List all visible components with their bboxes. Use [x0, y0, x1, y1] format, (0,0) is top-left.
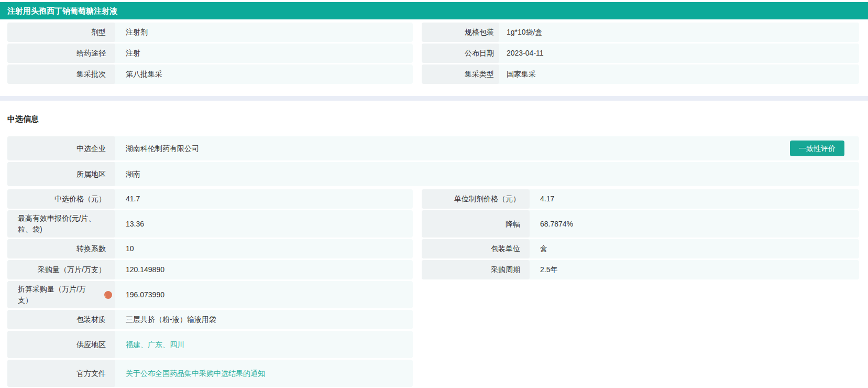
table-row: 最高有效申报价(元/片、粒、袋) 13.36 [7, 210, 413, 238]
table-row: 给药途径 注射 [7, 44, 413, 63]
supply-region-label: 供应地区 [7, 331, 115, 358]
table-row-pair: 转换系数 10 包装单位 盒 [7, 239, 859, 258]
table-row: 供应地区 福建、广东、四川 [7, 331, 413, 358]
table-row: 采购周期 2.5年 [422, 260, 859, 279]
basic-info-left-table: 剂型 注射剂 给药途径 注射 集采批次 第八批集采 [7, 23, 413, 85]
publish-date-label: 公布日期 [422, 44, 499, 63]
table-row-pair: 采购量（万片/万支） 120.149890 采购周期 2.5年 [7, 260, 859, 279]
table-row: 中选价格（元） 41.7 [7, 189, 413, 209]
unit-preparation-price-value: 4.17 [530, 189, 859, 209]
selection-info-heading: 中选信息 [7, 114, 859, 124]
price-reduction-label: 降幅 [422, 210, 530, 238]
table-row: 剂型 注射剂 [7, 23, 413, 42]
basic-info-section: 剂型 注射剂 给药途径 注射 集采批次 第八批集采 规格包装 1g*10袋/盒 … [7, 23, 859, 85]
spec-package-label: 规格包装 [422, 23, 499, 42]
table-row-pair: 最高有效申报价(元/片、粒、袋) 13.36 降幅 68.7874% [7, 210, 859, 238]
basic-info-right-table: 规格包装 1g*10袋/盒 公布日期 2023-04-11 集采类型 国家集采 [422, 23, 859, 85]
dosage-form-value: 注射剂 [115, 23, 413, 42]
packaging-unit-value: 盒 [530, 239, 859, 258]
max-valid-bid-price-value: 13.36 [115, 210, 413, 238]
conversion-factor-label: 转换系数 [7, 239, 115, 258]
price-reduction-value: 68.7874% [530, 210, 859, 238]
dosage-form-label: 剂型 [7, 23, 115, 42]
winning-enterprise-label: 中选企业 [7, 136, 115, 160]
winning-enterprise-value: 湖南科伦制药有限公司 [115, 136, 859, 160]
enterprise-region-value: 湖南 [115, 162, 859, 186]
table-row: 集采类型 国家集采 [422, 64, 859, 84]
procurement-type-value: 国家集采 [499, 64, 859, 84]
procurement-batch-label: 集采批次 [7, 64, 115, 84]
table-row: 规格包装 1g*10袋/盒 [422, 23, 859, 42]
table-row: 转换系数 10 [7, 239, 413, 258]
table-row: 官方文件 关于公布全国药品集中采购中选结果的通知 [7, 360, 413, 387]
packaging-unit-label: 包装单位 [422, 239, 530, 258]
table-row: 集采批次 第八批集采 [7, 64, 413, 84]
consistency-evaluation-button[interactable]: 一致性评价 [790, 141, 844, 156]
table-row: 采购量（万片/万支） 120.149890 [7, 260, 413, 279]
publish-date-value: 2023-04-11 [499, 44, 859, 63]
table-row: 降幅 68.7874% [422, 210, 859, 238]
converted-procurement-volume-value: 196.073990 [115, 281, 413, 308]
table-row: 单位制剂价格（元） 4.17 [422, 189, 859, 209]
official-document-value: 关于公布全国药品集中采购中选结果的通知 [115, 360, 413, 387]
procurement-volume-label: 采购量（万片/万支） [7, 260, 115, 279]
unit-preparation-price-label: 单位制剂价格（元） [422, 189, 530, 209]
supply-region-link[interactable]: 福建、广东、四川 [126, 339, 184, 350]
enterprise-region-label: 所属地区 [7, 162, 115, 186]
supply-region-value: 福建、广东、四川 [115, 331, 413, 358]
packaging-material-label: 包装材质 [7, 310, 115, 329]
winning-price-label: 中选价格（元） [7, 189, 115, 209]
procurement-batch-value: 第八批集采 [115, 64, 413, 84]
administration-route-value: 注射 [115, 44, 413, 63]
conversion-factor-value: 10 [115, 239, 413, 258]
official-document-label: 官方文件 [7, 360, 115, 387]
procurement-cycle-label: 采购周期 [422, 260, 530, 279]
official-document-link[interactable]: 关于公布全国药品集中采购中选结果的通知 [126, 368, 265, 379]
table-row-pair: 中选价格（元） 41.7 单位制剂价格（元） 4.17 [7, 189, 859, 209]
procurement-type-label: 集采类型 [422, 64, 499, 84]
table-row: 公布日期 2023-04-11 [422, 44, 859, 63]
selection-paired-rows: 中选价格（元） 41.7 单位制剂价格（元） 4.17 最高有效申报价(元/片、… [7, 189, 859, 279]
procurement-volume-value: 120.149890 [115, 260, 413, 279]
selection-detail-rows: 折算采购量（万片/万支） 196.073990 包装材质 三层共挤（粉-液）输液… [7, 281, 413, 387]
table-row: 折算采购量（万片/万支） 196.073990 [7, 281, 413, 308]
table-row: 中选企业 湖南科伦制药有限公司 一致性评价 [7, 136, 859, 160]
table-row: 包装单位 盒 [422, 239, 859, 258]
info-icon[interactable] [104, 291, 112, 299]
packaging-material-value: 三层共挤（粉-液）输液用袋 [115, 310, 413, 329]
administration-route-label: 给药途径 [7, 44, 115, 63]
section-divider [0, 96, 868, 101]
table-row: 所属地区 湖南 [7, 162, 859, 186]
max-valid-bid-price-label: 最高有效申报价(元/片、粒、袋) [7, 210, 115, 238]
winning-price-value: 41.7 [115, 189, 413, 209]
converted-procurement-volume-label: 折算采购量（万片/万支） [7, 281, 115, 308]
page-header: 注射用头孢西丁钠葡萄糖注射液 [0, 2, 868, 19]
table-row: 包装材质 三层共挤（粉-液）输液用袋 [7, 310, 413, 329]
procurement-cycle-value: 2.5年 [530, 260, 859, 279]
selection-full-rows: 中选企业 湖南科伦制药有限公司 一致性评价 所属地区 湖南 [7, 136, 859, 186]
spec-package-value: 1g*10袋/盒 [499, 23, 859, 42]
drug-title: 注射用头孢西丁钠葡萄糖注射液 [7, 6, 117, 15]
